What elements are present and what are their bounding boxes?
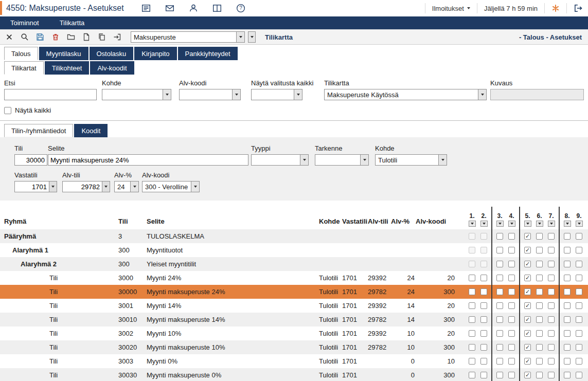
tab-myyntilasku[interactable]: Myyntilasku <box>39 47 88 60</box>
checkbox[interactable] <box>496 372 503 378</box>
checkbox[interactable]: ✓ <box>524 330 531 337</box>
checkbox[interactable] <box>576 316 582 323</box>
vastatili-input[interactable] <box>14 181 49 192</box>
table-row[interactable]: Tili3001Myynti 14%Tulotili1701293921420✓ <box>0 299 588 313</box>
checkbox[interactable] <box>508 344 515 351</box>
tab-tilikohteet[interactable]: Tilikohteet <box>45 61 90 75</box>
checkbox[interactable] <box>564 358 571 365</box>
checkbox[interactable] <box>576 261 582 267</box>
checkbox[interactable] <box>536 358 543 365</box>
favorite-asterisk-icon[interactable] <box>551 4 560 12</box>
checkbox[interactable] <box>508 330 515 337</box>
table-row[interactable]: Tili30000Myynti maksuperuste 24%Tulotili… <box>0 285 588 299</box>
checkbox[interactable] <box>576 288 582 295</box>
checkbox[interactable] <box>576 233 582 240</box>
selite-input[interactable] <box>48 154 248 166</box>
copy-icon[interactable] <box>97 32 107 42</box>
checkbox[interactable] <box>469 275 475 281</box>
user-icon[interactable] <box>189 4 198 13</box>
checkbox[interactable] <box>576 275 582 281</box>
checkbox[interactable] <box>548 372 555 378</box>
checkbox[interactable] <box>548 302 555 309</box>
columns-icon[interactable] <box>212 4 222 13</box>
checkbox[interactable] <box>536 275 543 281</box>
checkbox[interactable] <box>508 261 515 267</box>
checkbox[interactable] <box>536 372 543 378</box>
search-input[interactable] <box>4 89 97 100</box>
checkbox[interactable] <box>548 344 555 351</box>
check-filter-dropdown[interactable] <box>548 221 555 227</box>
checkbox[interactable] <box>536 316 543 323</box>
table-row[interactable]: Alaryhmä 2300Yleiset myyntitilit✓ <box>0 257 588 271</box>
chevron-down-icon[interactable] <box>163 89 171 100</box>
checkbox[interactable] <box>576 247 582 253</box>
checkbox[interactable] <box>508 372 515 378</box>
checkbox[interactable] <box>576 302 582 309</box>
tab-tilin-ryhmäntiedot[interactable]: Tilin-/ryhmäntiedot <box>4 124 73 137</box>
tab-kirjanpito[interactable]: Kirjanpito <box>134 47 176 60</box>
kohde-form-select[interactable]: Tulotili <box>375 154 447 166</box>
save-icon[interactable] <box>35 32 45 42</box>
table-row[interactable]: Tili30030Myynti maksuperuste 0%Tulotili1… <box>0 368 588 381</box>
chevron-down-icon[interactable] <box>232 89 240 100</box>
checkbox[interactable]: ✓ <box>524 316 531 323</box>
tab-alv-koodit[interactable]: Alv-koodit <box>90 61 134 75</box>
checkbox[interactable]: ✓ <box>524 358 531 365</box>
tarkenne-select[interactable] <box>315 154 369 166</box>
checkbox[interactable] <box>564 288 571 295</box>
checkbox[interactable] <box>564 302 571 309</box>
checkbox[interactable] <box>469 302 475 309</box>
checkbox[interactable] <box>508 275 515 281</box>
checkbox[interactable] <box>496 261 503 267</box>
checkbox[interactable] <box>480 372 487 378</box>
checkbox[interactable] <box>576 330 582 337</box>
folder-icon[interactable] <box>66 32 76 42</box>
checkbox[interactable] <box>469 330 475 337</box>
checkbox[interactable] <box>564 316 571 323</box>
checkbox[interactable] <box>508 288 515 295</box>
close-icon[interactable] <box>4 32 14 42</box>
form-icon[interactable] <box>141 4 151 13</box>
check-filter-dropdown[interactable] <box>576 221 583 227</box>
search-icon[interactable] <box>20 32 30 42</box>
check-filter-dropdown[interactable] <box>508 221 515 227</box>
tab-koodit[interactable]: Koodit <box>74 124 108 137</box>
delete-icon[interactable] <box>50 32 61 42</box>
check-filter-dropdown[interactable] <box>469 221 476 227</box>
chevron-down-icon[interactable] <box>294 89 302 100</box>
chevron-down-icon[interactable] <box>438 155 447 165</box>
tab-tilikartat[interactable]: Tilikartat <box>4 61 44 75</box>
new-document-icon[interactable] <box>81 32 92 42</box>
notifications-dropdown[interactable]: Ilmoitukset <box>432 5 470 12</box>
checkbox[interactable] <box>536 344 543 351</box>
checkbox[interactable]: ✓ <box>524 344 531 351</box>
checkbox[interactable] <box>480 275 487 281</box>
checkbox[interactable] <box>496 275 503 281</box>
checkbox[interactable] <box>564 330 571 337</box>
check-filter-dropdown[interactable] <box>480 221 488 227</box>
alv-koodi-form-select[interactable]: 300 - Verolline <box>142 181 200 192</box>
check-filter-dropdown[interactable] <box>496 221 504 227</box>
checkbox[interactable] <box>536 247 543 253</box>
checkbox[interactable] <box>576 358 582 365</box>
checkbox[interactable] <box>469 372 475 378</box>
checkbox[interactable] <box>548 358 555 365</box>
checkbox[interactable] <box>480 316 487 323</box>
checkbox[interactable] <box>536 302 543 309</box>
table-row[interactable]: Tili3003Myynti 0%Tulotili1701010✓ <box>0 354 588 368</box>
checkbox[interactable] <box>480 288 487 295</box>
checkbox[interactable] <box>536 330 543 337</box>
checkbox[interactable] <box>564 261 571 267</box>
checkbox[interactable] <box>480 330 487 337</box>
checkbox[interactable] <box>508 316 515 323</box>
checkbox[interactable] <box>508 302 515 309</box>
checkbox[interactable] <box>536 261 543 267</box>
check-filter-dropdown[interactable] <box>524 221 531 227</box>
chevron-down-icon[interactable] <box>300 155 308 165</box>
checkbox[interactable]: ✓ <box>524 302 531 309</box>
checkbox[interactable] <box>548 247 555 253</box>
checkbox[interactable] <box>564 247 571 253</box>
checkbox[interactable] <box>576 344 582 351</box>
chevron-down-icon[interactable] <box>360 155 368 165</box>
logout-icon[interactable] <box>574 4 583 13</box>
